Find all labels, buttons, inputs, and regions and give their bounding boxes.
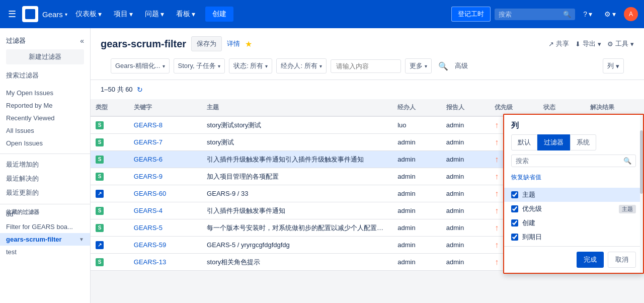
cell-key[interactable]: GEARS-9 (129, 168, 202, 185)
search-filter-button[interactable]: 🔍 (436, 59, 451, 73)
tab-system[interactable]: 系统 (570, 134, 596, 150)
cell-key[interactable]: GEARS-4 (129, 202, 202, 219)
issue-count: 1–50 共 60 ↻ (91, 80, 644, 99)
settings-button[interactable]: ⚙ ▾ (600, 8, 620, 20)
col-checkbox-created[interactable] (511, 219, 518, 226)
sidebar-item-open-issues[interactable]: Open Issues (0, 137, 90, 149)
help-button[interactable]: ? ▾ (579, 8, 596, 20)
filter-bar: Gears-精细化... ▾ Story, 子任务 ▾ 状态: 所有 ▾ 经办人… (101, 58, 634, 73)
sidebar-item-recent-updated[interactable]: 最近更新的 (0, 186, 90, 200)
assignee-filter-caret: ▾ (319, 63, 322, 69)
type-filter[interactable]: Story, 子任务 ▾ (174, 58, 225, 73)
sidebar-item-reported-by-me[interactable]: Reported by Me (0, 99, 90, 112)
help-caret: ▾ (589, 10, 592, 18)
tab-default[interactable]: 默认 (511, 134, 537, 150)
search-filter-link[interactable]: 搜索过滤器 (0, 68, 90, 83)
cell-key[interactable]: GEARS-13 (129, 254, 202, 271)
more-filter[interactable]: 更多 ▾ (405, 58, 432, 73)
col-checkbox-duedate[interactable] (511, 234, 518, 241)
star-icon[interactable]: ★ (245, 39, 252, 49)
nav-issue[interactable]: 问题 ▾ (141, 8, 168, 21)
cell-reporter: admin (441, 185, 490, 202)
col-type: 类型 (91, 99, 129, 116)
refresh-icon[interactable]: ↻ (137, 86, 143, 94)
search-input[interactable] (499, 11, 560, 18)
share-button[interactable]: ↗ 共享 (548, 39, 569, 48)
nav-project[interactable]: 项目 ▾ (110, 8, 137, 21)
priority-icon: ↑ (495, 206, 499, 215)
story-type-icon: S (96, 121, 104, 129)
col-checkbox-summary[interactable] (511, 191, 518, 198)
detail-link[interactable]: 详情 (227, 39, 240, 48)
brand-link[interactable]: Gears ▾ (42, 10, 67, 19)
cell-key[interactable]: GEARS-59 (129, 237, 202, 254)
nav-board[interactable]: 看板 ▾ (172, 8, 199, 21)
cell-assignee: admin (392, 151, 441, 168)
col-checkbox-priority[interactable] (511, 205, 518, 212)
export-button[interactable]: ⬇ 导出 ▾ (575, 39, 601, 48)
cancel-button[interactable]: 取消 (608, 252, 636, 268)
cell-assignee: admin (392, 185, 441, 202)
tab-filter[interactable]: 过滤器 (537, 134, 570, 150)
sidebar-item-recent-added[interactable]: 最近增加的 (0, 158, 90, 172)
content-search-input[interactable] (331, 59, 401, 73)
columns-button[interactable]: 列 ▾ (603, 58, 624, 73)
story-type-icon: S (96, 173, 104, 181)
cell-key[interactable]: GEARS-5 (129, 219, 202, 237)
cell-type: ↗ (91, 237, 129, 254)
priority-icon: ↑ (495, 138, 499, 146)
priority-icon: ↑ (495, 172, 499, 181)
project-filter-caret: ▾ (163, 63, 165, 69)
filter-header: gears-scrum-filter 保存为 详情 ★ ↗ 共享 ⬇ 导出 ▾ (91, 28, 644, 80)
priority-icon: ↑ (495, 223, 499, 232)
panel-scrollbar[interactable] (640, 115, 643, 273)
nav-dashboard[interactable]: 仪表板 ▾ (71, 8, 106, 21)
cell-reporter: admin (441, 134, 490, 151)
cell-key[interactable]: GEARS-7 (129, 134, 202, 151)
panel-scrollbar-thumb[interactable] (640, 130, 643, 194)
sidebar-item-gears-scrum[interactable]: gears-scrum-filter ▼ (0, 233, 90, 246)
sidebar-item-test[interactable]: test (0, 246, 90, 258)
project-filter[interactable]: Gears-精细化... ▾ (111, 58, 170, 73)
search-box[interactable]: 🔍 (495, 9, 575, 20)
new-filter-button[interactable]: 新建过滤器 (6, 49, 84, 64)
cell-reporter: admin (441, 116, 490, 134)
save-as-button[interactable]: 保存为 (191, 36, 222, 51)
tools-button[interactable]: ⚙ 工具 ▾ (607, 39, 634, 48)
settings-caret: ▾ (612, 10, 616, 18)
cell-key[interactable]: GEARS-6 (129, 151, 202, 168)
sidebar-item-all-issues[interactable]: All Issues (0, 124, 90, 137)
sidebar-item-filter-gears[interactable]: Filter for GEARS boa... (0, 220, 90, 233)
col-item-priority[interactable]: 优先级 主题 (511, 202, 636, 216)
app-logo[interactable] (22, 6, 38, 22)
sidebar-item-recent-resolved[interactable]: 最近解决的 (0, 172, 90, 186)
reset-label[interactable]: 恢复缺省值 (504, 171, 643, 186)
assignee-filter[interactable]: 经办人: 所有 ▾ (276, 58, 326, 73)
story-type-icon: S (96, 258, 104, 266)
status-filter[interactable]: 状态: 所有 ▾ (229, 58, 272, 73)
cell-key[interactable]: GEARS-60 (129, 185, 202, 202)
hamburger-icon[interactable]: ☰ (6, 7, 18, 22)
column-search-input[interactable] (516, 157, 620, 165)
sidebar-item-recently-viewed[interactable]: Recently Viewed (0, 112, 90, 124)
col-key: 关键字 (129, 99, 202, 116)
tools-icon: ⚙ (607, 40, 613, 48)
col-item-created[interactable]: 创建 (511, 216, 636, 230)
done-button[interactable]: 完成 (577, 252, 604, 268)
column-search: 🔍 (511, 155, 636, 167)
user-avatar[interactable]: A (624, 7, 638, 21)
story-type-icon: S (96, 224, 104, 232)
timelog-button[interactable]: 登记工时 (451, 7, 491, 22)
priority-icon: ↑ (495, 121, 499, 129)
sidebar-item-my-open-issues[interactable]: My Open Issues (0, 87, 90, 99)
cell-reporter: admin (441, 254, 490, 271)
sidebar-item-arrow-icon: ▼ (79, 237, 84, 242)
sidebar-collapse-icon[interactable]: « (80, 37, 84, 45)
cell-key[interactable]: GEARS-8 (129, 116, 202, 134)
col-item-summary[interactable]: 主题 (504, 188, 643, 202)
create-button[interactable]: 创建 (205, 7, 233, 22)
brand-caret-icon: ▾ (65, 12, 67, 17)
cell-reporter: admin (441, 237, 490, 254)
col-item-duedate[interactable]: 到期日 (511, 230, 636, 244)
advanced-link[interactable]: 高级 (455, 61, 468, 70)
